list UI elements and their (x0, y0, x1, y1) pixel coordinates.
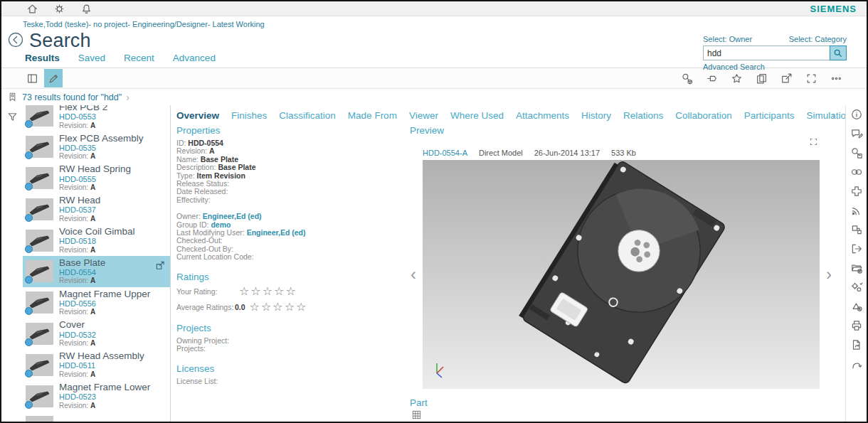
select-owner-link[interactable]: Select: Owner (703, 35, 752, 43)
edit-icon[interactable] (44, 69, 63, 87)
search-button[interactable] (830, 45, 847, 60)
add-target-icon[interactable] (850, 300, 863, 313)
detail-tab[interactable]: Where Used (450, 110, 504, 121)
detail-tab[interactable]: Classification (279, 110, 336, 121)
star-rating[interactable]: ☆☆☆☆☆ (250, 301, 308, 313)
item-id-link[interactable]: HDD-0511 (59, 362, 169, 370)
settings-icon[interactable] (50, 0, 68, 18)
list-item[interactable]: RW Head Assembly HDD-0511 Revision: A (23, 349, 170, 380)
workflow-icon[interactable] (850, 281, 863, 294)
list-item[interactable]: Magnet (23, 412, 170, 423)
pin-icon[interactable] (702, 69, 721, 87)
part-table-icon[interactable] (411, 410, 422, 422)
previous-preview-icon[interactable]: ‹ (404, 160, 423, 389)
preview-heading: Preview (410, 125, 838, 136)
detail-tab[interactable]: History (581, 110, 611, 121)
search-tab[interactable]: Results (25, 53, 60, 63)
chevron-right-icon[interactable]: › (126, 92, 129, 103)
search-object-icon[interactable] (677, 69, 696, 87)
model-type-badge-icon (25, 370, 33, 378)
list-item[interactable]: Flex PCB Assembly HDD-0535 Revision: A (23, 132, 170, 163)
detail-tab[interactable]: Participants (744, 110, 795, 121)
home-icon[interactable] (23, 0, 41, 18)
select-category-link[interactable]: Select: Category (789, 35, 847, 43)
back-icon[interactable] (7, 31, 24, 51)
detail-tab[interactable]: Simulation (806, 110, 845, 121)
open-item-icon[interactable] (154, 260, 165, 274)
model-type-badge-icon (25, 401, 33, 409)
detail-tabs: OverviewFinishesClassificationMade FromV… (176, 108, 838, 121)
item-id-link[interactable]: HDD-0532 (59, 331, 169, 340)
search-save-icon[interactable] (850, 146, 863, 159)
item-id-link[interactable]: HDD-0518 (59, 237, 169, 246)
star-rating[interactable]: ☆☆☆☆☆ (239, 286, 297, 297)
copy-icon[interactable] (752, 69, 771, 87)
search-tab[interactable]: Recent (124, 53, 154, 63)
item-id-link[interactable]: HDD-0535 (59, 144, 169, 153)
tabs-overflow-icon[interactable]: › (832, 109, 835, 122)
list-item[interactable]: Magnet Frame Upper HDD-0556 Revision: A (23, 287, 170, 318)
item-id-link[interactable]: HDD-0555 (59, 176, 169, 184)
part-heading: Part (410, 397, 838, 408)
document-refresh-icon[interactable] (850, 338, 863, 351)
results-summary[interactable]: 73 results found for "hdd" (22, 92, 122, 102)
item-revision: Revision: A (59, 153, 169, 161)
detail-tab[interactable]: Overview (176, 110, 219, 121)
detail-tab[interactable]: Relations (623, 110, 663, 121)
jump-icon[interactable] (850, 358, 863, 370)
detail-tab[interactable]: Made From (348, 110, 397, 121)
content-area: Flex PCB 2 HDD-0553 Revision: A (1, 105, 867, 423)
notifications-icon[interactable] (77, 0, 95, 18)
export-icon[interactable] (850, 242, 863, 255)
preview-file-info: HDD-0554-A Direct Model 26-Jun-2014 13:1… (423, 149, 838, 157)
siemens-logo: SIEMENS (810, 4, 857, 14)
info-icon[interactable] (850, 108, 863, 121)
link-icon[interactable] (850, 166, 863, 178)
favorite-icon[interactable] (727, 69, 746, 87)
search-input[interactable] (703, 45, 830, 60)
next-preview-icon[interactable]: › (820, 160, 838, 389)
preview-viewer[interactable] (423, 160, 820, 389)
more-icon[interactable] (827, 69, 845, 87)
item-id-link[interactable]: HDD-0537 (59, 206, 169, 215)
file-name-link[interactable]: HDD-0554-A (423, 149, 467, 157)
advanced-search-link[interactable]: Advanced Search (703, 63, 847, 71)
search-tab[interactable]: Saved (78, 53, 105, 63)
licenses-heading: Licenses (176, 363, 404, 374)
hierarchy-icon[interactable] (850, 223, 863, 236)
item-id-link[interactable]: HDD-0556 (59, 300, 169, 309)
print-icon[interactable] (850, 319, 863, 332)
expand-preview-icon[interactable] (809, 136, 818, 149)
folder-open-icon[interactable] (850, 262, 863, 274)
properties-heading: Properties (176, 125, 404, 136)
detail-tab[interactable]: Attachments (516, 110, 569, 121)
fullscreen-icon[interactable] (802, 69, 820, 87)
property-row: Current Location Code: (176, 253, 404, 261)
filter-icon[interactable] (6, 111, 18, 123)
list-item[interactable]: Flex PCB 2 HDD-0553 Revision: A (23, 105, 170, 132)
breadcrumb[interactable]: Teske,Todd (teske)- no project- Engineer… (23, 20, 867, 28)
item-id-link[interactable]: HDD-0554 (59, 269, 169, 277)
list-item[interactable]: RW Head Spring HDD-0555 Revision: A (23, 163, 170, 194)
file-date: 26-Jun-2014 13:17 (534, 149, 600, 157)
search-module: Select: Owner Select: Category Advanced … (703, 35, 847, 71)
model-type-badge-icon (25, 151, 33, 159)
detail-tab[interactable]: Viewer (409, 110, 438, 121)
list-item[interactable]: Magnet Frame Lower HDD-0523 Revision: A (23, 380, 170, 412)
move-icon[interactable] (850, 185, 863, 198)
table-view-icon[interactable] (23, 69, 41, 87)
model-type-badge-icon (25, 245, 33, 253)
follow-icon[interactable] (850, 204, 863, 217)
list-item[interactable]: RW Head HDD-0537 Revision: A (23, 193, 170, 225)
part-thumbnail (26, 291, 53, 314)
feedback-icon[interactable] (850, 127, 863, 140)
search-tab[interactable]: Advanced (173, 53, 216, 63)
list-item[interactable]: Voice Coil Gimbal HDD-0518 Revision: A (23, 225, 170, 256)
detail-tab[interactable]: Finishes (231, 110, 267, 121)
item-id-link[interactable]: HDD-0553 (59, 113, 169, 122)
detail-tab[interactable]: Collaboration (675, 110, 732, 121)
item-id-link[interactable]: HDD-0523 (59, 393, 169, 402)
list-item[interactable]: Cover HDD-0532 Revision: A (23, 318, 170, 350)
list-item[interactable]: Base Plate HDD-0554 Revision: A (23, 256, 170, 287)
open-icon[interactable] (777, 69, 795, 87)
